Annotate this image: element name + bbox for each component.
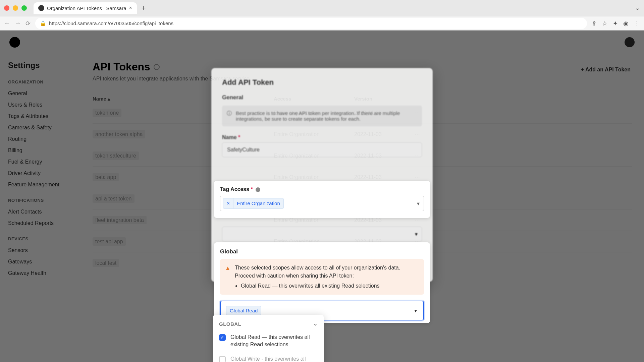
checkbox-icon[interactable] <box>219 356 226 362</box>
global-panel: Global ▲ These selected scopes allow acc… <box>214 242 430 323</box>
info-banner: ⓘ Best practice is to have one API token… <box>222 106 422 126</box>
maximize-window-icon[interactable] <box>21 5 27 11</box>
tab-title: Organization API Tokens · Samsara <box>47 5 126 11</box>
minimize-window-icon[interactable] <box>13 5 18 11</box>
tag-access-label: Tag Access * <box>220 186 424 192</box>
global-title: Global <box>220 248 424 255</box>
info-icon: ⓘ <box>227 110 232 122</box>
chevron-down-icon[interactable]: ▼ <box>413 308 418 313</box>
chevron-down-icon[interactable]: ⌄ <box>313 321 318 327</box>
browser-tab[interactable]: Organization API Tokens · Samsara × <box>34 2 137 14</box>
extensions-icon[interactable]: ✦ <box>613 20 618 27</box>
warning-icon: ▲ <box>225 264 231 273</box>
browser-chrome: Organization API Tokens · Samsara × + ⌄ … <box>0 0 644 31</box>
profile-icon[interactable]: ◉ <box>623 20 629 27</box>
url-text: https://cloud.samsara.com/o/7003505/conf… <box>49 20 173 26</box>
lock-icon: 🔒 <box>40 20 46 26</box>
tag-access-select[interactable]: × Entire Organization ▾ <box>220 196 424 211</box>
url-field[interactable]: 🔒 https://cloud.samsara.com/o/7003505/co… <box>35 18 587 29</box>
menu-icon[interactable]: ⋮ <box>634 20 640 27</box>
tag-chip: × Entire Organization <box>223 198 284 209</box>
traffic-lights <box>4 5 27 11</box>
modal-title: Add API Token <box>222 78 422 87</box>
reload-icon[interactable]: ⟳ <box>25 20 31 27</box>
remove-chip-icon[interactable]: × <box>223 198 233 208</box>
name-label: Name * <box>222 134 422 140</box>
option-global-read[interactable]: ✓ Global Read — this overwrites all exis… <box>213 330 324 352</box>
close-window-icon[interactable] <box>4 5 9 11</box>
forward-icon[interactable]: → <box>15 20 21 27</box>
scope-dropdown: GLOBAL ⌄ ✓ Global Read — this overwrites… <box>213 315 324 362</box>
favicon-icon <box>38 5 44 11</box>
name-input[interactable]: SafetyCulture <box>222 142 422 157</box>
close-tab-icon[interactable]: × <box>129 5 132 11</box>
option-global-write[interactable]: Global Write - this overwrites all exist… <box>213 352 324 362</box>
checkbox-checked-icon[interactable]: ✓ <box>219 334 226 341</box>
chevron-down-icon[interactable]: ▾ <box>417 200 420 207</box>
tag-access-panel: Tag Access * × Entire Organization ▾ <box>214 181 430 218</box>
star-icon[interactable]: ☆ <box>602 20 607 27</box>
general-section-label: General <box>222 94 422 101</box>
back-icon[interactable]: ← <box>4 20 10 27</box>
dropdown-header[interactable]: GLOBAL ⌄ <box>213 319 324 330</box>
groups-select[interactable]: ▾ <box>222 227 422 242</box>
share-icon[interactable]: ⇪ <box>592 20 597 27</box>
warning-banner: ▲ These selected scopes allow access to … <box>220 259 424 295</box>
info-icon[interactable] <box>256 187 260 192</box>
scope-chip: Global Read <box>226 306 261 315</box>
tag-chip-label: Entire Organization <box>233 198 283 208</box>
new-tab-button[interactable]: + <box>142 4 146 12</box>
